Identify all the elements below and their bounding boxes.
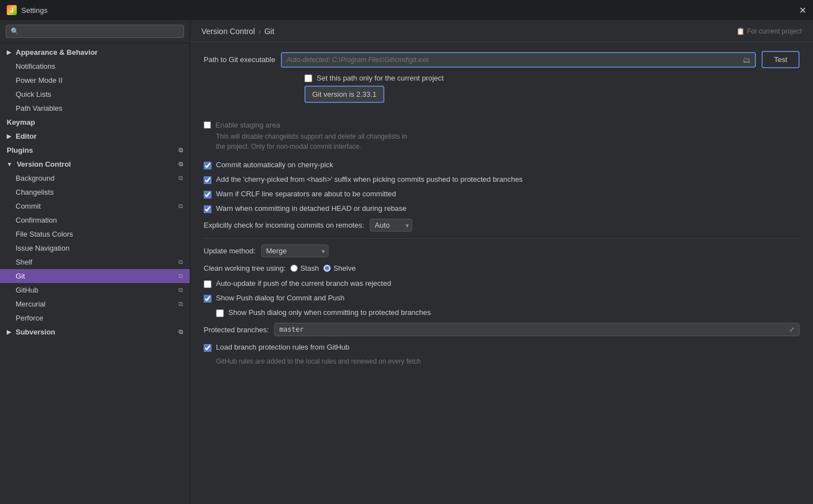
protected-branches-input[interactable]: [279, 326, 789, 333]
sidebar-item-subversion[interactable]: ▶ Subversion ⧉: [0, 325, 190, 339]
cherry-pick-suffix-checkbox[interactable]: [204, 176, 212, 184]
sidebar-item-shelf[interactable]: Shelf ⧉: [0, 255, 190, 269]
auto-update-checkbox[interactable]: [204, 280, 212, 288]
divider-1: [204, 238, 800, 239]
breadcrumb-parent: Version Control: [201, 27, 255, 36]
warn-detached-checkbox[interactable]: [204, 205, 212, 213]
cherry-pick-checkbox[interactable]: [204, 162, 212, 169]
github-desc-text: GitHub rules are added to the local rule…: [216, 357, 421, 365]
sidebar-item-git[interactable]: Git ⧉: [0, 269, 190, 283]
for-project-label: For current project: [747, 27, 802, 35]
search-input[interactable]: [6, 25, 184, 38]
sidebar-item-notifications[interactable]: Notifications: [0, 59, 190, 73]
folder-icon[interactable]: 🗂: [742, 55, 750, 64]
staging-desc-line1: This will disable changelists support an…: [216, 133, 407, 140]
sidebar-label-changelists: Changelists: [16, 188, 54, 196]
close-button[interactable]: ✕: [799, 5, 806, 16]
update-method-select[interactable]: Merge Rebase Branch Default: [261, 244, 328, 257]
search-container: [0, 20, 190, 43]
set-path-label: Set this path only for the current proje…: [317, 74, 444, 82]
sidebar-item-commit[interactable]: Commit ⧉: [0, 199, 190, 213]
sidebar-label-mercurial: Mercurial: [16, 300, 45, 308]
load-protection-label: Load branch protection rules from GitHub: [216, 343, 349, 351]
radio-shelve-input[interactable]: [323, 265, 331, 272]
sidebar-item-perforce[interactable]: Perforce: [0, 311, 190, 325]
sidebar-label-git: Git: [16, 272, 25, 280]
sidebar-item-background[interactable]: Background ⧉: [0, 171, 190, 185]
cherry-pick-label: Commit automatically on cherry-pick: [216, 161, 333, 169]
sidebar-item-issue-navigation[interactable]: Issue Navigation: [0, 241, 190, 255]
enable-staging-checkbox[interactable]: [204, 121, 211, 129]
sidebar-item-quick-lists[interactable]: Quick Lists: [0, 87, 190, 101]
load-protection-checkbox[interactable]: [204, 344, 212, 352]
radio-shelve-label: Shelve: [333, 264, 356, 272]
sidebar-item-path-variables[interactable]: Path Variables: [0, 101, 190, 115]
radio-stash-label: Stash: [300, 264, 319, 272]
protected-branches-row: Protected branches: ⤢: [204, 323, 800, 336]
copy-icon-git: ⧉: [178, 272, 183, 280]
expand-arrow-subversion: ▶: [7, 329, 11, 335]
sidebar-label-keymap: Keymap: [7, 118, 35, 126]
copy-icon-background: ⧉: [178, 175, 183, 182]
staging-desc-line2: the project. Only for non-modal commit i…: [216, 143, 361, 150]
test-button[interactable]: Test: [762, 51, 800, 68]
sidebar-item-power-mode[interactable]: Power Mode II: [0, 73, 190, 87]
sidebar-item-confirmation[interactable]: Confirmation: [0, 213, 190, 227]
show-push-dialog-checkbox[interactable]: [204, 295, 212, 303]
cherry-pick-suffix-label: Add the 'cherry-picked from <hash>' suff…: [216, 175, 523, 183]
expand-arrow-appearance: ▶: [7, 49, 11, 55]
expand-protected-icon[interactable]: ⤢: [789, 326, 795, 333]
update-method-select-wrapper: Merge Rebase Branch Default: [261, 244, 328, 257]
sidebar-item-appearance[interactable]: ▶ Appearance & Behavior: [0, 45, 190, 59]
sidebar-item-editor[interactable]: ▶ Editor: [0, 129, 190, 143]
copy-icon-plugins: ⧉: [178, 147, 183, 154]
enable-staging-label: Enable staging area: [215, 121, 280, 129]
git-path-row: Path to Git executable 🗂 Test: [204, 51, 800, 68]
auto-update-row: Auto-update if push of the current branc…: [204, 279, 800, 288]
sidebar-label-perforce: Perforce: [16, 314, 43, 322]
git-path-input[interactable]: [286, 56, 740, 64]
show-push-protected-label: Show Push dialog only when committing to…: [228, 308, 431, 317]
sidebar-item-github[interactable]: GitHub ⧉: [0, 283, 190, 297]
sidebar-item-mercurial[interactable]: Mercurial ⧉: [0, 297, 190, 311]
incoming-commits-select[interactable]: Auto Always Never: [370, 219, 412, 232]
show-push-protected-checkbox[interactable]: [216, 309, 224, 317]
cherry-pick-row: Commit automatically on cherry-pick: [204, 161, 800, 169]
sidebar-label-github: GitHub: [16, 286, 38, 294]
protected-branches-input-container: ⤢: [274, 323, 800, 336]
sidebar-item-changelists[interactable]: Changelists: [0, 185, 190, 199]
set-path-checkbox[interactable]: [304, 74, 312, 82]
copy-icon-subversion: ⧉: [178, 328, 183, 336]
clean-tree-label: Clean working tree using:: [204, 264, 286, 272]
sidebar-label-notifications: Notifications: [16, 62, 55, 70]
radio-shelve[interactable]: Shelve: [323, 264, 356, 272]
sidebar-item-file-status-colors[interactable]: File Status Colors: [0, 227, 190, 241]
radio-stash[interactable]: Stash: [290, 264, 319, 272]
github-desc: GitHub rules are added to the local rule…: [204, 357, 800, 365]
update-method-label: Update method:: [204, 247, 256, 255]
git-path-input-container: 🗂: [281, 52, 756, 68]
show-push-dialog-label: Show Push dialog for Commit and Push: [216, 294, 345, 302]
staging-title: Enable staging area: [204, 121, 800, 129]
title-bar: J Settings ✕: [0, 0, 813, 20]
sidebar-label-shelf: Shelf: [16, 258, 32, 266]
sidebar-item-plugins[interactable]: Plugins ⧉: [0, 143, 190, 157]
copy-icon-github: ⧉: [178, 286, 183, 294]
incoming-commits-row: Explicitly check for incoming commits on…: [204, 219, 800, 232]
sidebar-label-appearance: Appearance & Behavior: [16, 48, 98, 56]
radio-stash-input[interactable]: [290, 265, 298, 272]
sidebar-item-version-control[interactable]: ▼ Version Control ⧉: [0, 157, 190, 171]
for-project-icon: 📋: [736, 27, 745, 35]
sidebar-item-keymap[interactable]: Keymap: [0, 115, 190, 129]
staging-desc: This will disable changelists support an…: [204, 131, 800, 152]
sidebar-label-path-variables: Path Variables: [16, 104, 63, 112]
sidebar-label-commit: Commit: [16, 202, 41, 210]
breadcrumb: Version Control › Git: [201, 27, 274, 36]
sidebar-label-power-mode: Power Mode II: [16, 76, 63, 84]
warn-crlf-checkbox[interactable]: [204, 191, 212, 199]
title-bar-left: J Settings: [7, 5, 48, 15]
clean-tree-row: Clean working tree using: Stash Shelve: [204, 264, 800, 272]
sidebar-label-background: Background: [16, 174, 54, 182]
nav-section: ▶ Appearance & Behavior Notifications Po…: [0, 43, 190, 341]
expand-arrow-vc: ▼: [7, 161, 12, 167]
